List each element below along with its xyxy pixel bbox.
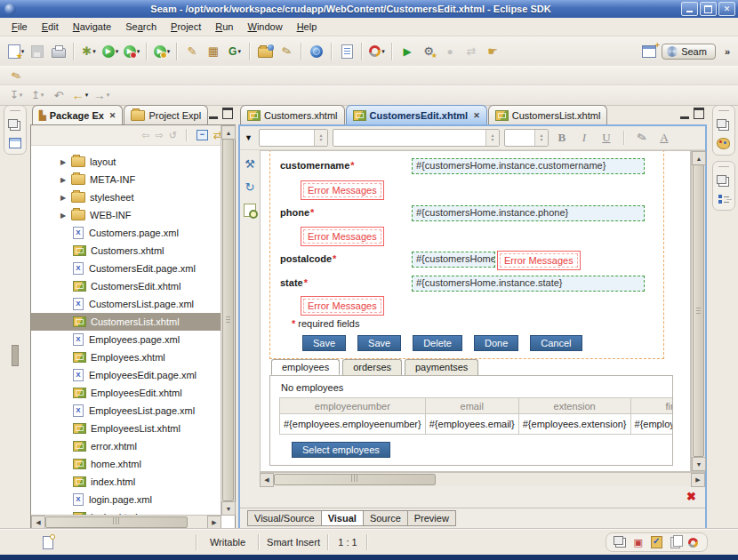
tree-item[interactable]: CustomersList.page.xml: [31, 295, 221, 313]
tree-item[interactable]: EmployeesEdit.xhtml: [31, 384, 221, 402]
close-icon[interactable]: ✕: [109, 111, 116, 120]
jboss-tools-icon[interactable]: ▾: [366, 41, 388, 62]
mark-occurrences-icon[interactable]: ✎: [276, 41, 297, 62]
tree-item[interactable]: Employees.xhtml: [31, 348, 221, 366]
design-canvas[interactable]: customername* #{customersHome.instance.c…: [260, 150, 691, 472]
tab-orderses[interactable]: orderses: [342, 359, 402, 375]
print-icon[interactable]: [48, 41, 69, 62]
tools-icon[interactable]: ⚒: [245, 157, 255, 171]
external-tools-wizard-icon[interactable]: ⚙★: [418, 41, 439, 62]
debug-icon[interactable]: ✱▾: [78, 41, 100, 62]
tree-item[interactable]: home.xhtml: [31, 455, 221, 473]
properties-view-icon[interactable]: [9, 138, 21, 148]
tab-customers-xhtml[interactable]: Customers.xhtml: [240, 105, 345, 124]
tab-visual-source[interactable]: Visual/Source: [247, 510, 322, 526]
save-button[interactable]: Save: [302, 335, 346, 351]
collapse-all-icon[interactable]: −: [197, 130, 208, 140]
tree-item[interactable]: ▶META-INF: [31, 171, 221, 188]
background-color-icon[interactable]: A: [655, 131, 673, 145]
tree-item[interactable]: error.xhtml: [31, 437, 221, 455]
tree-item[interactable]: EmployeesList.xhtml: [31, 420, 221, 437]
sash-handle[interactable]: [12, 345, 19, 366]
error-messages-box[interactable]: Error Messages: [497, 251, 581, 270]
error-messages-box[interactable]: Error Messages: [301, 296, 384, 316]
italic-button[interactable]: I: [575, 131, 593, 145]
delete-button[interactable]: Delete: [413, 335, 462, 351]
menu-file[interactable]: File: [4, 20, 35, 34]
restore-panes-icon[interactable]: [10, 121, 20, 131]
generate-icon[interactable]: G▾: [224, 41, 245, 62]
field-input-postalcode[interactable]: #{customersHome.i: [412, 252, 495, 268]
palette-icon[interactable]: [717, 138, 730, 149]
tree-item[interactable]: Employees.page.xml: [31, 331, 221, 348]
cancel-button[interactable]: Cancel: [530, 335, 582, 351]
column-header[interactable]: firstname: [630, 398, 673, 414]
select-employees-button[interactable]: Select employees: [292, 442, 390, 458]
foreground-color-icon[interactable]: ✎: [631, 129, 652, 148]
editor-menu-icon[interactable]: ▼: [245, 133, 253, 142]
tree-item[interactable]: index.html: [31, 473, 221, 491]
maximize-view-icon[interactable]: [222, 108, 233, 119]
field-input-state[interactable]: #{customersHome.instance.state}: [412, 276, 645, 292]
perspective-seam-button[interactable]: Seam: [662, 44, 716, 60]
jboss-ring-icon[interactable]: [688, 538, 698, 548]
menu-run[interactable]: Run: [208, 20, 240, 34]
tree-item-selected[interactable]: CustomersList.xhtml: [31, 313, 221, 331]
menu-edit[interactable]: Edit: [35, 20, 66, 34]
done-button[interactable]: Done: [474, 335, 518, 351]
menu-search[interactable]: Search: [118, 20, 164, 34]
close-icon[interactable]: ✕: [473, 111, 480, 120]
task-icon[interactable]: ▣: [634, 538, 643, 548]
minimize-view-icon[interactable]: [209, 108, 218, 119]
run-icon[interactable]: ▶▾: [100, 41, 121, 62]
jsp-page-icon[interactable]: [336, 41, 357, 62]
minimize-button[interactable]: [681, 2, 698, 16]
insert-mode-status[interactable]: Smart Insert: [260, 537, 327, 548]
column-header[interactable]: extension: [518, 398, 630, 414]
tab-source[interactable]: Source: [363, 510, 408, 526]
tree-item[interactable]: EmployeesEdit.page.xml: [31, 366, 221, 384]
tree-item[interactable]: ▶stylesheet: [31, 188, 221, 206]
style-class-combo[interactable]: ▲▼: [259, 129, 328, 147]
tree-item[interactable]: Customers.page.xml: [31, 224, 221, 242]
error-messages-box[interactable]: Error Messages: [301, 180, 384, 200]
hand-pointer-icon[interactable]: ☛: [482, 41, 503, 62]
play-icon[interactable]: ▶: [397, 41, 418, 62]
run-external-icon[interactable]: ▶▾: [121, 41, 142, 62]
new-wizard-icon[interactable]: ★▾: [5, 41, 27, 62]
editor-vertical-scrollbar[interactable]: ▲ ▼: [691, 150, 705, 472]
menu-help[interactable]: Help: [290, 20, 325, 34]
font-size-combo[interactable]: ▲▼: [504, 129, 549, 147]
minimize-editor-icon[interactable]: [680, 108, 689, 119]
pen-icon[interactable]: ✎: [5, 65, 27, 86]
tab-employees[interactable]: employees: [271, 359, 340, 375]
pages-icon[interactable]: [670, 537, 680, 548]
underline-button[interactable]: U: [598, 131, 615, 145]
table-cell[interactable]: #{employees.firstname}: [630, 414, 673, 435]
perspective-overflow-chevron[interactable]: »: [725, 46, 729, 57]
menu-navigate[interactable]: Navigate: [66, 20, 118, 34]
new-seam-action-icon[interactable]: ✎: [181, 41, 203, 62]
tab-customerslist-xhtml[interactable]: CustomersList.xhtml: [488, 105, 608, 124]
field-input-phone[interactable]: #{customersHome.instance.phone}: [412, 205, 645, 221]
open-perspective-icon[interactable]: [642, 45, 656, 58]
run-last-tool-icon[interactable]: ▶▾: [151, 41, 172, 62]
tab-visual[interactable]: Visual: [321, 510, 364, 526]
tree-item[interactable]: ▶layout: [31, 153, 221, 171]
tab-project-explorer[interactable]: Project Expl: [124, 105, 208, 124]
preview-page-icon[interactable]: [244, 204, 256, 217]
restore-panes-icon[interactable]: [718, 177, 729, 187]
tab-preview[interactable]: Preview: [407, 510, 456, 526]
refresh-icon[interactable]: ↻: [245, 180, 255, 194]
tree-item[interactable]: CustomersEdit.xhtml: [31, 277, 221, 295]
close-button[interactable]: ✕: [718, 2, 735, 16]
error-messages-box[interactable]: Error Messages: [301, 227, 384, 246]
table-cell[interactable]: #{employees.employeenumber}: [280, 414, 426, 435]
tree-item[interactable]: EmployeesList.page.xml: [31, 402, 221, 420]
tree-item[interactable]: login.xhtml: [31, 508, 221, 515]
tab-package-explorer[interactable]: ▙ Package Ex ✕: [32, 105, 123, 124]
tree-item[interactable]: ▶WEB-INF: [31, 206, 221, 224]
maximize-editor-icon[interactable]: [694, 108, 704, 119]
title-bar[interactable]: Seam - /opt/work/workspace/crudapp/WebCo…: [0, 0, 738, 18]
show-grid-icon[interactable]: ▦: [203, 41, 224, 62]
